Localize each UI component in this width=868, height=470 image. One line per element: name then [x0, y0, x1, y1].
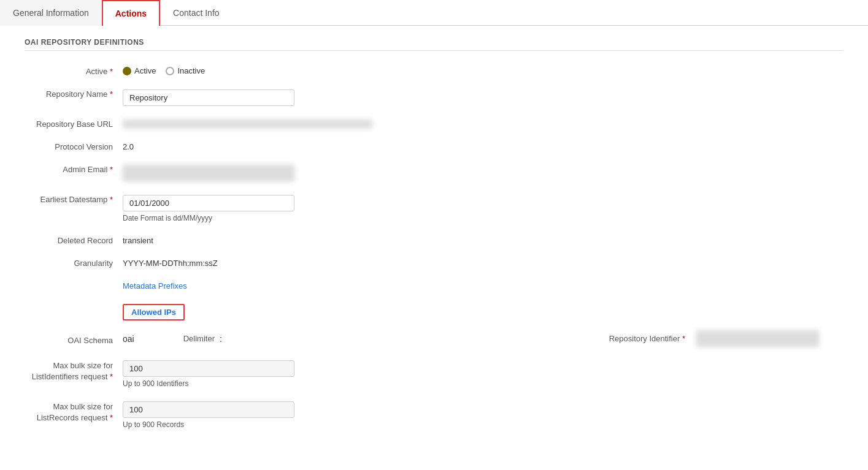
max-bulk-identifiers-hint: Up to 900 Identifiers: [123, 377, 843, 388]
admin-email-field: [123, 161, 843, 181]
max-bulk-records-label: Max bulk size for ListRecords request *: [25, 398, 123, 423]
metadata-prefixes-spacer: [25, 278, 123, 281]
earliest-datestamp-field: Date Format is dd/MM/yyyy: [123, 191, 843, 222]
earliest-datestamp-required: *: [110, 195, 113, 204]
max-bulk-records-input[interactable]: [123, 401, 294, 418]
protocol-version-row: Protocol Version 2.0: [25, 138, 843, 151]
granularity-value: YYYY-MM-DDThh:mm:ssZ: [123, 255, 843, 268]
admin-email-label: Admin Email *: [25, 161, 123, 174]
repo-identifier-input[interactable]: [696, 330, 819, 347]
deleted-record-row: Deleted Record transient: [25, 232, 843, 245]
admin-email-required: *: [110, 165, 113, 174]
repo-identifier-label: Repository Identifier: [609, 334, 680, 343]
max-bulk-identifiers-required: *: [110, 372, 113, 381]
earliest-datestamp-input[interactable]: [123, 195, 294, 211]
max-bulk-records-row: Max bulk size for ListRecords request * …: [25, 398, 843, 429]
repo-base-url-text: https://████████████████████████████████…: [123, 119, 372, 129]
tab-contact-info[interactable]: Contact Info: [160, 0, 232, 26]
active-row: Active * Active Inactive: [25, 63, 843, 76]
tab-bar: General Information Actions Contact Info: [0, 0, 868, 26]
section-title: OAI REPOSITORY DEFINITIONS: [25, 38, 843, 51]
oai-schema-row: OAI Schema oai Delimiter : Repository Id…: [25, 330, 843, 347]
metadata-prefixes-link[interactable]: Metadata Prefixes: [123, 281, 187, 290]
repo-name-row: Repository Name *: [25, 86, 843, 106]
protocol-version-label: Protocol Version: [25, 138, 123, 151]
max-bulk-records-required: *: [110, 413, 113, 422]
delimiter-label: Delimiter: [183, 334, 215, 343]
active-required: *: [110, 67, 113, 76]
allowed-ips-row: Allowed IPs: [25, 300, 843, 320]
date-format-hint: Date Format is dd/MM/yyyy: [123, 211, 843, 222]
active-field: Active Inactive: [123, 63, 843, 75]
repo-base-url-label: Repository Base URL: [25, 116, 123, 129]
repo-name-required: *: [110, 89, 113, 99]
radio-active-icon: [123, 67, 131, 75]
max-bulk-identifiers-field: Up to 900 Identifiers: [123, 357, 843, 388]
max-bulk-records-hint: Up to 900 Records: [123, 418, 843, 429]
delimiter-value: :: [220, 334, 222, 344]
repo-base-url-value: https://████████████████████████████████…: [123, 116, 843, 129]
deleted-record-value: transient: [123, 232, 843, 245]
granularity-label: Granularity: [25, 255, 123, 268]
max-bulk-identifiers-row: Max bulk size for ListIdentifiers reques…: [25, 357, 843, 388]
tab-actions[interactable]: Actions: [102, 0, 160, 26]
repo-name-field: [123, 86, 843, 106]
repo-name-label: Repository Name *: [25, 86, 123, 99]
metadata-prefixes-field: Metadata Prefixes: [123, 278, 843, 290]
admin-email-input[interactable]: [123, 165, 294, 181]
allowed-ips-field: Allowed IPs: [123, 300, 843, 320]
earliest-datestamp-row: Earliest Datestamp * Date Format is dd/M…: [25, 191, 843, 222]
protocol-version-value: 2.0: [123, 138, 843, 151]
radio-inactive[interactable]: Inactive: [166, 66, 205, 75]
max-bulk-identifiers-label: Max bulk size for ListIdentifiers reques…: [25, 357, 123, 382]
tab-general-information[interactable]: General Information: [0, 0, 102, 26]
repo-identifier-required: *: [682, 334, 685, 343]
radio-active[interactable]: Active: [123, 66, 156, 75]
repo-name-input[interactable]: [123, 89, 294, 106]
metadata-prefixes-row: Metadata Prefixes: [25, 278, 843, 290]
oai-schema-label: OAI Schema: [25, 332, 123, 345]
earliest-datestamp-label: Earliest Datestamp *: [25, 191, 123, 204]
repo-base-url-row: Repository Base URL https://████████████…: [25, 116, 843, 129]
max-bulk-records-field: Up to 900 Records: [123, 398, 843, 429]
active-label: Active *: [25, 63, 123, 76]
radio-inactive-icon: [166, 67, 174, 75]
max-bulk-identifiers-input[interactable]: [123, 360, 294, 377]
allowed-ips-spacer: [25, 300, 123, 304]
allowed-ips-button[interactable]: Allowed IPs: [123, 304, 185, 320]
main-content: OAI REPOSITORY DEFINITIONS Active * Acti…: [0, 26, 868, 451]
admin-email-row: Admin Email *: [25, 161, 843, 181]
deleted-record-label: Deleted Record: [25, 232, 123, 245]
granularity-row: Granularity YYYY-MM-DDThh:mm:ssZ: [25, 255, 843, 268]
oai-schema-value: oai: [123, 334, 134, 344]
